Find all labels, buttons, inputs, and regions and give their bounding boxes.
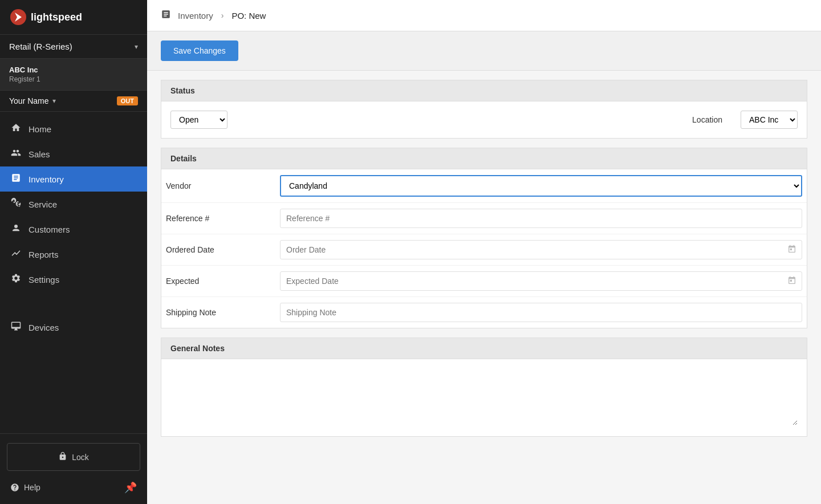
ordered-date-input[interactable] [280,240,802,259]
lock-icon [58,452,67,462]
vendor-field: Candyland [275,169,807,203]
shipping-note-input[interactable] [280,303,802,322]
svg-point-2 [14,225,18,228]
notes-section: General Notes [161,338,807,437]
lock-button[interactable]: Lock [7,443,140,471]
sidebar-item-devices-label: Devices [29,323,59,332]
user-name-area[interactable]: Your Name ▾ [9,96,56,105]
shipping-note-label: Shipping Note [161,297,275,328]
breadcrumb-parent[interactable]: Inventory [178,11,213,21]
sidebar-item-service[interactable]: Service [0,192,147,217]
ordered-date-label: Ordered Date [161,234,275,266]
expected-date-wrapper [280,271,802,291]
help-button[interactable]: Help [10,483,40,492]
account-info: ABC Inc Register 1 [0,59,147,91]
inventory-icon [10,173,22,185]
help-row: Help 📌 [0,475,147,499]
calendar-icon-ordered [787,245,796,255]
location-select[interactable]: ABC Inc [741,111,798,129]
sidebar-item-settings[interactable]: Settings [0,267,147,292]
home-icon [10,123,22,135]
pin-icon[interactable]: 📌 [124,481,137,494]
user-row: Your Name ▾ OUT [0,91,147,112]
user-chevron-icon: ▾ [52,97,56,105]
nav-items: Home Sales Inventory Service Customers [0,112,147,433]
service-icon [10,198,22,210]
sidebar-item-reports-label: Reports [29,250,59,259]
sidebar-item-sales-label: Sales [29,149,50,159]
sidebar-item-inventory-label: Inventory [29,174,64,184]
expected-field [275,266,807,297]
help-label: Help [24,483,40,492]
expected-date-input[interactable] [280,271,802,291]
details-section-header: Details [161,148,807,169]
ordered-date-field [275,234,807,266]
table-row: Vendor Candyland [161,169,807,203]
status-section-body: Open Closed Pending Location ABC Inc [161,101,807,138]
logo-area: lightspeed [0,0,147,35]
devices-icon [10,321,22,334]
sidebar-bottom: Lock Help 📌 [0,433,147,504]
reports-icon [10,248,22,261]
customers-icon [10,223,22,235]
vendor-label: Vendor [161,169,275,203]
sidebar-item-reports[interactable]: Reports [0,242,147,267]
location-label: Location [692,115,722,124]
sidebar: lightspeed Retail (R-Series) ▾ ABC Inc R… [0,0,147,504]
reference-input[interactable] [280,209,802,228]
user-name: Your Name [9,96,49,105]
main-content: Inventory › PO: New Save Changes Status … [147,0,821,504]
status-section-header: Status [161,80,807,101]
lock-label: Lock [72,453,89,462]
store-chevron-icon: ▾ [135,43,138,51]
reference-label: Reference # [161,203,275,234]
sidebar-item-settings-label: Settings [29,275,59,284]
account-register: Register 1 [9,75,138,83]
expected-label: Expected [161,266,275,297]
details-section-body: Vendor Candyland Reference # [161,169,807,328]
logo-text: lightspeed [31,11,82,23]
sidebar-item-service-label: Service [29,200,57,209]
content-area: Status Open Closed Pending Location ABC … [147,71,821,455]
details-table: Vendor Candyland Reference # [161,169,807,328]
store-selector[interactable]: Retail (R-Series) ▾ [0,35,147,59]
sidebar-item-sales[interactable]: Sales [0,141,147,166]
sidebar-item-devices[interactable]: Devices [0,315,147,340]
table-row: Reference # [161,203,807,234]
top-bar: Inventory › PO: New [147,0,821,31]
notes-textarea[interactable] [170,368,798,425]
save-button[interactable]: Save Changes [161,40,238,61]
status-section: Status Open Closed Pending Location ABC … [161,80,807,139]
breadcrumb-icon [161,9,171,22]
settings-icon [10,273,22,286]
toolbar: Save Changes [147,31,821,71]
calendar-icon-expected [787,276,796,287]
sales-icon [10,148,22,160]
store-name: Retail (R-Series) [9,42,72,51]
breadcrumb-current: PO: New [231,11,266,21]
details-section: Details Vendor Candyland [161,148,807,328]
shipping-note-field [275,297,807,328]
vendor-select[interactable]: Candyland [280,175,802,197]
sidebar-item-customers[interactable]: Customers [0,217,147,242]
notes-section-header: General Notes [161,338,807,359]
table-row: Ordered Date [161,234,807,266]
ordered-date-wrapper [280,240,802,259]
sidebar-item-customers-label: Customers [29,225,70,234]
table-row: Shipping Note [161,297,807,328]
account-name: ABC Inc [9,66,138,74]
notes-section-body [161,359,807,436]
table-row: Expected [161,266,807,297]
reference-field [275,203,807,234]
status-select[interactable]: Open Closed Pending [170,111,227,129]
lightspeed-logo-icon [10,9,26,25]
sidebar-item-inventory[interactable]: Inventory [0,166,147,192]
sidebar-item-home[interactable]: Home [0,116,147,141]
breadcrumb-separator: › [221,11,224,20]
status-row: Open Closed Pending Location ABC Inc [170,111,798,129]
sidebar-item-home-label: Home [29,124,51,134]
out-badge[interactable]: OUT [117,96,138,105]
